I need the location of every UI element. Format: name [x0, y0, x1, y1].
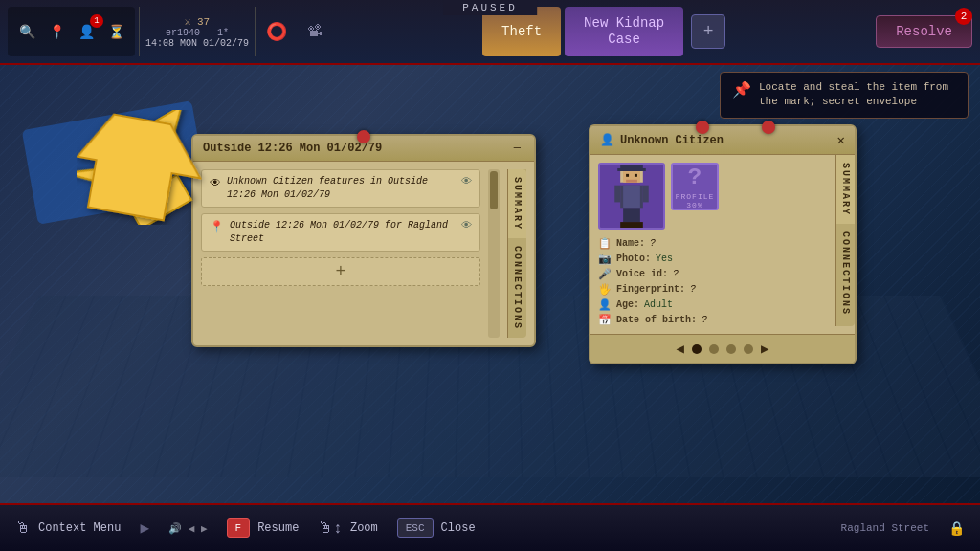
mouse-icon: 🖱 [15, 519, 31, 538]
citizen-nav: ◀ ▶ [590, 334, 855, 363]
dob-icon: 📅 [598, 314, 612, 326]
fingerprint-icon: 🖐 [598, 283, 612, 296]
svg-rect-7 [635, 173, 637, 176]
name-icon: 📋 [598, 237, 612, 250]
citizen-title: 👤 Unknown Citizen [600, 133, 724, 147]
zoom-label: Zoom [350, 521, 378, 535]
citizen-main-photo[interactable] [598, 163, 665, 230]
citizen-title-icon: 👤 [600, 133, 614, 147]
field-photo: 📷 Photo: Yes [598, 253, 828, 265]
hint-box: 📌 Locate and steal the item from the mar… [720, 72, 969, 119]
card-entries: 👁 Unknown Citizen features in Outside 12… [201, 169, 480, 338]
field-dob: 📅 Date of birth: ? [598, 314, 828, 326]
field-name: 📋 Name: ? [598, 237, 828, 250]
photo-icon: 📷 [598, 253, 612, 265]
card-body: 👁 Unknown Citizen features in Outside 12… [193, 162, 534, 345]
citizen-connections-tab[interactable]: CONNECTIONS [836, 224, 855, 323]
citizen-card: 👤 Unknown Citizen ✕ [589, 124, 857, 364]
location-card: Outside 12:26 Mon 01/02/79 — 👁 Unknown C… [191, 134, 536, 347]
eye-icon-1: 👁 [210, 176, 221, 192]
location-status: Ragland Street [841, 522, 929, 534]
close-key[interactable]: ESC [397, 518, 434, 538]
minimize-button[interactable]: — [510, 142, 524, 155]
nav-dot-2[interactable] [709, 344, 719, 354]
dob-value: ? [702, 315, 707, 325]
close-label: Close [441, 521, 476, 535]
map-icon-btn[interactable]: 📍 [43, 18, 70, 45]
entry-text-1: Unknown Citizen features in Outside 12:2… [227, 175, 456, 202]
scrollbar-thumb [490, 171, 498, 209]
bottom-bar: 🖱 Context Menu ▶ 🔊 ◀ ▶ F Resume 🖱↕ Zoom … [0, 503, 980, 551]
add-entry-button[interactable]: + [201, 257, 480, 286]
svg-rect-18 [632, 222, 643, 228]
new-case-button[interactable]: + [691, 14, 725, 49]
tab-new-kidnap[interactable]: New Kidnap Case [565, 7, 683, 56]
resume-key[interactable]: F [227, 518, 251, 538]
svg-rect-13 [614, 185, 620, 202]
nav-dot-3[interactable] [726, 344, 736, 354]
scroll-icon: 🖱↕ [318, 519, 343, 538]
circle-icon-btn[interactable]: ⭕ [263, 18, 290, 45]
svg-rect-6 [626, 173, 629, 176]
connections-tab[interactable]: CONNECTIONS [508, 238, 526, 338]
timer-value: ⚔ 37 [185, 15, 210, 28]
citizen-photos: ? PROFILE 30% [598, 163, 828, 230]
fingerprint-label: Fingerprint: [616, 284, 685, 295]
search-icon-btn[interactable]: 🔍 [13, 18, 40, 45]
svg-rect-8 [626, 179, 637, 182]
person-icon-btn[interactable]: 👤 1 [73, 18, 100, 45]
citizen-content: ? PROFILE 30% 📋 Name: ? 📷 Photo: Ye [598, 163, 828, 326]
citizen-summary-tab[interactable]: SUMMARY [836, 155, 855, 224]
unknown-icon: ? [688, 165, 702, 190]
svg-rect-14 [643, 185, 649, 202]
top-right-badge: 2 [955, 8, 972, 25]
profile-label: PROFILE 30% [676, 192, 715, 209]
citizen-secondary-photo[interactable]: ? PROFILE 30% [671, 163, 719, 210]
citizen-side-tabs: SUMMARY CONNECTIONS [835, 155, 855, 326]
card-side-tabs: SUMMARY CONNECTIONS [507, 169, 526, 338]
hourglass-icon-btn[interactable]: ⏳ [102, 18, 129, 45]
voice-label: Voice id: [616, 269, 668, 279]
paused-label: PAUSED [443, 0, 537, 15]
citizen-title-text: Unknown Citizen [620, 134, 724, 147]
svg-rect-15 [623, 208, 632, 222]
case-tabs: Theft New Kidnap Case + [336, 7, 872, 56]
nav-dot-4[interactable] [744, 344, 753, 354]
entry-1[interactable]: 👁 Unknown Citizen features in Outside 12… [201, 169, 480, 208]
top-bar: PAUSED 🔍 📍 👤 1 ⏳ ⚔ 37 er1940 1* 14:08 MO… [0, 0, 980, 65]
fingerprint-value: ? [690, 284, 696, 295]
citizen-close-button[interactable]: ✕ [837, 132, 845, 148]
zoom-action: 🖱↕ Zoom [318, 519, 377, 538]
name-label: Name: [616, 238, 645, 249]
sound-controls: 🔊 ◀ ▶ [168, 522, 207, 535]
hint-text: Locate and steal the item from the mark;… [759, 80, 956, 110]
person-badge: 1 [90, 14, 103, 28]
hint-icon: 📌 [732, 80, 751, 101]
svg-rect-10 [617, 167, 646, 170]
nav-dot-1[interactable] [692, 344, 702, 354]
citizen-body: ? PROFILE 30% 📋 Name: ? 📷 Photo: Ye [590, 155, 855, 334]
photo-value: Yes [656, 253, 673, 264]
card-scrollbar[interactable] [488, 169, 500, 338]
film-icon-btn[interactable]: 📽 [301, 18, 328, 45]
close-action: ESC Close [397, 518, 476, 538]
context-menu-label: Context Menu [38, 521, 121, 535]
view-icon-1: 👁 [461, 175, 472, 189]
citizen-fields: 📋 Name: ? 📷 Photo: Yes 🎤 Voice id: ? 🖐 F… [598, 237, 828, 326]
timer-era: er1940 1* [166, 28, 229, 38]
summary-tab[interactable]: SUMMARY [508, 169, 526, 238]
entry-2[interactable]: 📍 Outside 12:26 Mon 01/02/79 for Ragland… [201, 213, 480, 252]
timer-datetime: 14:08 MON 01/02/79 [145, 38, 249, 49]
svg-rect-12 [623, 185, 640, 208]
resume-action: F Resume [227, 518, 300, 538]
resume-label: Resume [257, 521, 299, 535]
nav-next[interactable]: ▶ [761, 341, 768, 357]
svg-rect-16 [632, 208, 640, 222]
name-value: ? [650, 238, 656, 249]
card-pin [357, 130, 370, 143]
field-voice: 🎤 Voice id: ? [598, 268, 828, 280]
voice-value: ? [673, 269, 679, 279]
profile-text: PROFILE [676, 192, 715, 201]
dob-label: Date of birth: [616, 315, 697, 325]
nav-prev[interactable]: ◀ [677, 341, 684, 357]
